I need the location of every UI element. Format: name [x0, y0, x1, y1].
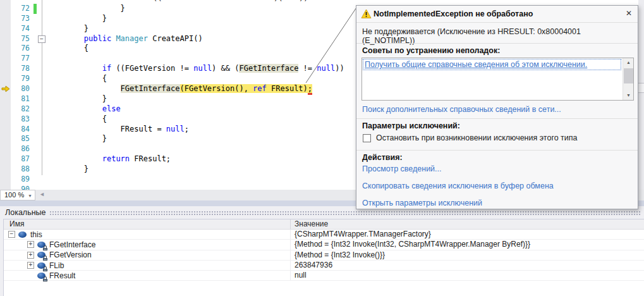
locals-tool-window: Локальные Имя Значение −this{CSharpMT4Wr… — [0, 206, 644, 296]
scroll-down-icon[interactable]: ▼ — [623, 91, 634, 100]
code-token: { — [47, 74, 107, 83]
outline-margin-cell[interactable] — [37, 44, 47, 54]
change-bar-cell — [33, 144, 37, 154]
outline-margin-cell[interactable] — [37, 154, 47, 164]
editor-vertical-scrollbar[interactable] — [638, 0, 644, 190]
close-icon[interactable]: ✕ — [626, 9, 632, 18]
gutter-margin-cell[interactable] — [0, 94, 11, 104]
locals-row-FResult[interactable]: FResultnull — [4, 271, 644, 281]
column-header-name[interactable]: Имя — [4, 219, 291, 229]
locals-row-FGetInterface[interactable]: +FGetInterface{Method = {Int32 Invoke(In… — [4, 240, 644, 250]
change-bar-cell — [33, 154, 37, 164]
column-header-value[interactable]: Значение — [291, 219, 644, 229]
gutter-margin-cell[interactable] — [0, 125, 11, 135]
lock-body — [43, 269, 47, 271]
collapse-region-button[interactable]: − — [38, 35, 46, 43]
tips-scroll-thumb[interactable] — [624, 68, 633, 83]
outline-margin-cell[interactable] — [37, 125, 47, 135]
code-token: FGetInterface — [239, 64, 298, 73]
change-bar-cell — [33, 54, 37, 64]
outline-margin-cell[interactable] — [37, 104, 47, 114]
scroll-up-icon[interactable]: ▲ — [623, 58, 634, 67]
editor-zoom-dropdown[interactable]: 100 % ▼ — [0, 190, 35, 200]
code-token: } — [47, 134, 107, 143]
outline-margin-cell[interactable] — [37, 84, 47, 94]
outline-margin-cell[interactable] — [37, 185, 47, 190]
expander-expand[interactable]: + — [27, 252, 34, 259]
gutter-margin-cell[interactable] — [0, 24, 11, 34]
outline-margin-cell[interactable] — [37, 175, 47, 185]
tips-scrollbar[interactable]: ▲ ▼ — [623, 58, 633, 100]
object-icon — [18, 231, 27, 238]
gutter-margin-cell[interactable] — [0, 34, 11, 44]
expander-expand[interactable]: + — [27, 262, 34, 269]
line-number: 77 — [11, 54, 33, 64]
break-on-exception-checkbox[interactable] — [363, 134, 371, 142]
gutter-margin-cell[interactable] — [0, 114, 11, 125]
gutter-margin-cell[interactable] — [0, 64, 11, 74]
open-exception-settings-link[interactable]: Открыть параметры исключений — [362, 199, 482, 207]
expander-spacer — [27, 272, 34, 279]
code-token: FResult; — [130, 154, 171, 163]
copy-exception-link[interactable]: Скопировать сведения исключения в буфер … — [362, 182, 554, 190]
code-token: } — [47, 94, 107, 103]
line-number: 89 — [11, 175, 33, 185]
code-token: } — [47, 24, 88, 33]
code-fragment: )) — [299, 0, 308, 3]
code-token: ((FGetVersion != — [111, 64, 193, 73]
change-bar-cell — [33, 84, 37, 94]
outline-margin-cell[interactable] — [37, 54, 47, 64]
exception-message: Не поддерживается (Исключение из HRESULT… — [362, 27, 632, 45]
search-online-link[interactable]: Поиск дополнительных справочных сведений… — [362, 105, 561, 114]
gutter-margin-cell[interactable] — [0, 175, 11, 185]
variable-value: {CSharpMT4Wrapper.TManagerFactory} — [291, 230, 644, 239]
change-bar-cell — [33, 175, 37, 185]
code-token: != — [298, 64, 317, 73]
outline-margin-cell[interactable] — [37, 64, 47, 74]
gutter-margin-cell[interactable] — [0, 14, 11, 24]
troubleshooting-tips-box[interactable]: Получить общие справочные сведения об эт… — [361, 58, 634, 101]
tips-section-header: Советы по устранению неполадок: — [362, 46, 500, 55]
change-tracking-bar — [33, 4, 37, 14]
hscroll-left-arrow-icon[interactable]: ◄ — [39, 191, 45, 197]
outline-margin-cell[interactable] — [37, 24, 47, 34]
gutter-margin-cell[interactable] — [0, 74, 11, 84]
gutter-margin-cell[interactable] — [0, 154, 11, 164]
gutter-margin-cell[interactable] — [0, 134, 11, 144]
gutter-margin-cell[interactable] — [0, 164, 11, 175]
change-bar-cell — [33, 134, 37, 144]
gutter-margin-cell[interactable] — [0, 144, 11, 154]
gutter-margin-cell[interactable] — [0, 54, 11, 64]
locals-row-this[interactable]: −this{CSharpMT4Wrapper.TManagerFactory} — [4, 230, 644, 240]
outline-margin-cell[interactable] — [37, 144, 47, 154]
gutter-margin-cell[interactable] — [0, 44, 11, 54]
gutter-margin-cell[interactable] — [0, 4, 11, 14]
line-number: 80 — [11, 84, 33, 94]
break-on-exception-row: Остановить при возникновении исключения … — [363, 133, 578, 142]
editor-vscroll-thumb[interactable] — [638, 83, 644, 93]
private-field-icon — [37, 272, 46, 280]
line-number: 84 — [11, 125, 33, 135]
expander-expand[interactable]: + — [27, 241, 34, 248]
line-number: 90 — [11, 185, 33, 190]
outline-margin-cell[interactable] — [37, 114, 47, 125]
private-field-icon — [37, 262, 46, 269]
outline-margin-cell[interactable] — [37, 134, 47, 144]
view-detail-link[interactable]: Просмотр сведений... — [362, 164, 442, 173]
change-bar-cell — [33, 4, 37, 14]
expander-collapse[interactable]: − — [8, 231, 15, 238]
locals-row-FLib[interactable]: +FLib263847936 — [4, 261, 644, 271]
variable-value: {Method = {Int32 Invoke()}} — [291, 250, 644, 260]
gutter-margin-cell[interactable] — [0, 104, 11, 114]
outline-margin-cell[interactable] — [37, 94, 47, 104]
outline-margin-cell[interactable] — [37, 74, 47, 84]
gutter-margin-cell[interactable] — [0, 185, 11, 190]
code-token: return — [102, 154, 130, 163]
code-token: (FGetVersion(), — [180, 84, 253, 93]
outline-margin-cell[interactable] — [37, 4, 47, 14]
outline-margin-cell[interactable] — [37, 14, 47, 24]
code-token — [47, 34, 84, 43]
locals-row-FGetVersion[interactable]: +FGetVersion{Method = {Int32 Invoke()}} — [4, 250, 644, 261]
outline-margin-cell[interactable] — [37, 164, 47, 175]
tip-link[interactable]: Получить общие справочные сведения об эт… — [363, 59, 621, 70]
